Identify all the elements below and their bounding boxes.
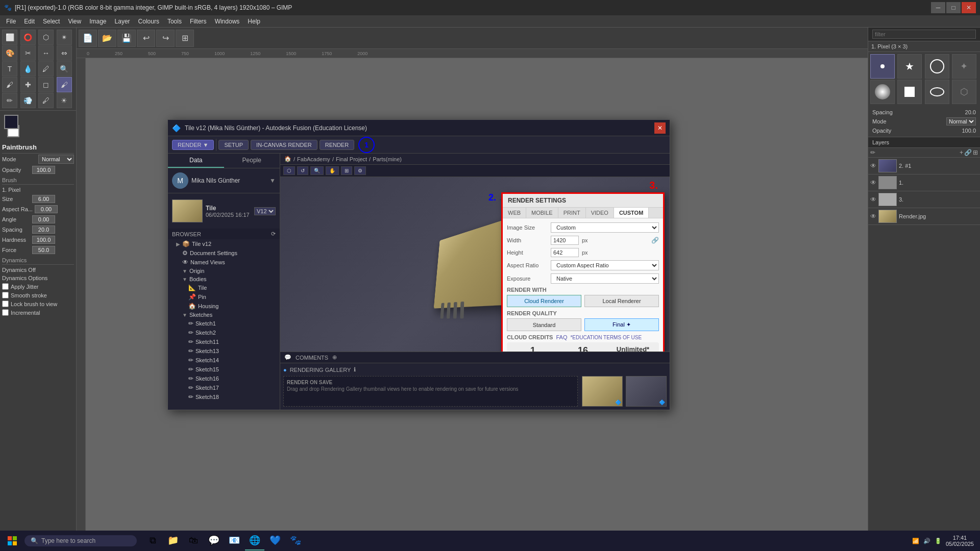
tool-paintbrush[interactable]: 🖌	[57, 77, 72, 92]
open-btn[interactable]: 📂	[98, 30, 116, 47]
table-row[interactable]: 👁 3.	[868, 191, 980, 208]
menu-view[interactable]: View	[64, 17, 85, 26]
taskbar-clock[interactable]: 17:41 05/02/2025	[946, 535, 974, 547]
render-btn[interactable]: RENDER	[320, 140, 354, 150]
width-input[interactable]	[551, 236, 579, 245]
menu-help[interactable]: Help	[243, 17, 264, 26]
menu-image[interactable]: Image	[85, 17, 110, 26]
rs-tab-web[interactable]: WEB	[503, 208, 526, 218]
taskbar-outlook[interactable]: 📧	[225, 531, 244, 550]
taskbar-explorer[interactable]: 📁	[163, 531, 183, 550]
faq-link[interactable]: FAQ	[556, 334, 567, 340]
spacing-value[interactable]: 20.0	[32, 226, 55, 234]
tree-tile[interactable]: 📐 Tile	[168, 283, 280, 292]
tool-airbrush[interactable]: 💨	[20, 93, 36, 108]
image-size-select[interactable]: Custom	[551, 222, 659, 233]
gallery-thumb-1[interactable]: 🔷	[582, 376, 623, 407]
zoom-fit-btn[interactable]: ⊞	[176, 30, 194, 47]
angle-value[interactable]: 0.00	[32, 215, 55, 223]
tree-sketches[interactable]: ▼ Sketches	[168, 311, 280, 319]
table-row[interactable]: 👁 Render.jpg	[868, 208, 980, 225]
tree-sketch1[interactable]: ✏ Sketch1	[168, 319, 280, 328]
tool-dodge-burn[interactable]: ☀	[57, 93, 72, 108]
brush-scatter[interactable]: ✦	[952, 54, 976, 79]
tool-fuzzy-select[interactable]: ✴	[57, 30, 72, 45]
tree-sketch14[interactable]: ✏ Sketch14	[168, 356, 280, 365]
menu-select[interactable]: Select	[39, 17, 64, 26]
tool-clone[interactable]: 🖌	[2, 77, 17, 92]
tree-housing[interactable]: 🏠 Housing	[168, 302, 280, 311]
zoom-btn[interactable]: 🔍	[310, 166, 324, 175]
tool-transform[interactable]: ↔	[38, 45, 54, 61]
orbit-btn[interactable]: ↺	[297, 166, 308, 175]
gallery-thumb-2[interactable]: 🔷	[626, 376, 667, 407]
tree-document-settings[interactable]: ⚙ Document Settings	[168, 248, 280, 258]
brush-ellipse[interactable]	[925, 80, 949, 104]
render-dropdown-btn[interactable]: RENDER ▼	[172, 140, 214, 150]
taskbar-gimp[interactable]: 🐾	[286, 531, 305, 550]
tool-pencil[interactable]: ✏	[2, 93, 17, 108]
tree-sketch17[interactable]: ✏ Sketch17	[168, 383, 280, 392]
brush-mode-select[interactable]: Normal	[946, 117, 976, 126]
save-btn[interactable]: 💾	[117, 30, 136, 47]
tree-sketch13[interactable]: ✏ Sketch13	[168, 346, 280, 356]
tree-sketch16[interactable]: ✏ Sketch16	[168, 374, 280, 383]
aspect-value[interactable]: 0.00	[35, 205, 58, 213]
apply-jitter-checkbox[interactable]	[2, 283, 9, 290]
tool-free-select[interactable]: ⬡	[38, 30, 54, 45]
cloud-renderer-btn[interactable]: Cloud Renderer	[507, 295, 581, 307]
tree-sketch2[interactable]: ✏ Sketch2	[168, 328, 280, 337]
menu-filters[interactable]: Filters	[186, 17, 211, 26]
force-value[interactable]: 50.0	[32, 246, 55, 254]
brush-circle[interactable]	[925, 54, 949, 79]
fusion-close-button[interactable]: ✕	[654, 122, 666, 134]
tool-paths[interactable]: 🖊	[38, 61, 54, 77]
win-start-button[interactable]	[2, 531, 22, 551]
brush-filter-input[interactable]	[872, 30, 976, 39]
table-row[interactable]: 👁 2. #1	[868, 158, 980, 174]
hardness-value[interactable]: 100.0	[32, 236, 55, 244]
rs-tab-print[interactable]: PRINT	[558, 208, 586, 218]
breadcrumb-parts[interactable]: Parts(mine)	[373, 156, 402, 162]
height-input[interactable]	[551, 248, 579, 257]
rs-tab-video[interactable]: VIDEO	[586, 208, 614, 218]
layer-link-icon[interactable]: 🔗	[964, 149, 972, 156]
undo-btn[interactable]: ↩	[137, 30, 155, 47]
brush-feather[interactable]	[870, 80, 895, 104]
rs-tab-custom[interactable]: CUSTOM	[614, 208, 649, 218]
size-value[interactable]: 6.00	[32, 195, 55, 203]
table-row[interactable]: 👁 1.	[868, 174, 980, 191]
taskbar-vscode[interactable]: 💙	[265, 531, 285, 550]
tool-rect-select[interactable]: ⬜	[2, 30, 17, 45]
mode-dropdown[interactable]: Normal	[38, 155, 74, 164]
fusion-version-select[interactable]: V12	[254, 207, 276, 215]
fusion-3d-viewport[interactable]: 2. → RENDER SETTINGS WEB	[280, 177, 670, 352]
maximize-button[interactable]: □	[946, 2, 961, 13]
standard-quality-btn[interactable]: Standard	[507, 318, 581, 331]
menu-file[interactable]: File	[2, 17, 20, 26]
layer-pencil-icon[interactable]: ✏	[870, 149, 875, 156]
aspect-ratio-select[interactable]: Custom Aspect Ratio	[551, 260, 659, 270]
win-search-box[interactable]: 🔍 Type here to search	[24, 535, 137, 546]
new-file-btn[interactable]: 📄	[79, 30, 97, 47]
tool-color-picker[interactable]: 💧	[20, 61, 36, 77]
tool-heal[interactable]: ✚	[20, 77, 36, 92]
redo-btn[interactable]: ↪	[156, 30, 175, 47]
tree-pin[interactable]: 📌 Pin	[168, 292, 280, 302]
brush-star[interactable]: ★	[897, 54, 922, 79]
brush-pixel[interactable]	[870, 54, 895, 79]
tree-sketch11[interactable]: ✏ Sketch11	[168, 337, 280, 346]
pan-btn[interactable]: ✋	[326, 166, 339, 175]
smooth-stroke-checkbox[interactable]	[2, 292, 9, 298]
taskbar-chrome[interactable]: 🌐	[245, 531, 264, 550]
in-canvas-render-btn[interactable]: IN-CANVAS RENDER	[251, 140, 317, 150]
tool-ellipse-select[interactable]: ⭕	[20, 30, 36, 45]
layer-grid-icon[interactable]: ⊞	[973, 149, 978, 156]
gallery-drop-area[interactable]: RENDER ON SAVE Drag and drop Rendering G…	[283, 376, 578, 407]
menu-edit[interactable]: Edit	[20, 17, 39, 26]
fit-view-btn[interactable]: ⊞	[341, 166, 352, 175]
tree-named-views[interactable]: 👁 Named Views	[168, 258, 280, 267]
rs-tab-mobile[interactable]: MOBILE	[526, 208, 558, 218]
fusion-user-dropdown-icon[interactable]: ▼	[270, 177, 276, 184]
tool-text[interactable]: T	[2, 61, 17, 77]
